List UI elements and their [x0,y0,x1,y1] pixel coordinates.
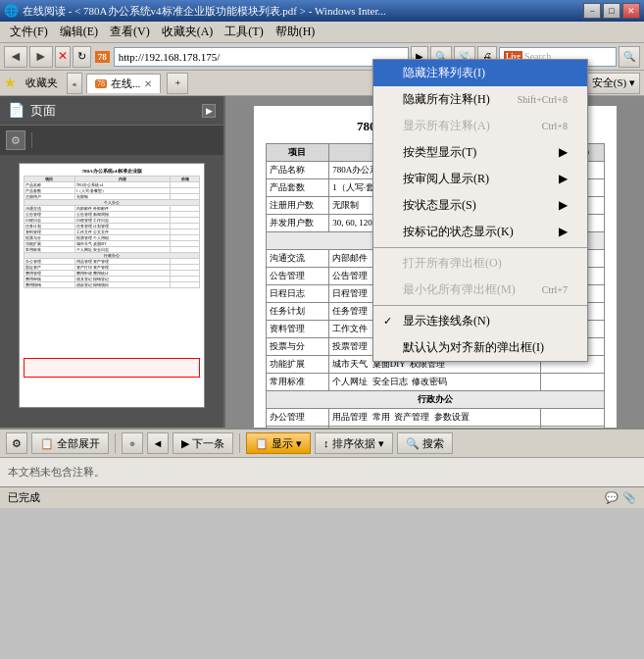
page-number-badge: 78 [95,51,110,63]
hide-list-label: 隐藏注释列表(I) [403,65,485,81]
display-arrow: ▾ [296,437,302,450]
search-label: 搜索 [422,436,444,451]
title-bar-icon: 🌐 [4,4,19,19]
menu-favorites[interactable]: 收藏夹(A) [156,22,220,42]
favorites-label: 收藏夹 [25,76,58,90]
menu-item-default-align[interactable]: 默认认为对齐新的弹出框(I) [373,334,587,361]
menu-item-by-reviewer[interactable]: 按审阅人显示(R) ▶ [373,166,587,192]
table-cell: 个人网址 安全日志 修改密码 [329,374,541,391]
comment-panel: 本文档未包含注释。 [0,457,644,486]
page-thumbnail-area[interactable]: 780A办公系统v4标准企业版 项目内容价格 产品名称780A办公系统v4 产品… [0,155,223,428]
table-cell [540,374,604,391]
panel-expand-btn[interactable]: ▶ [202,104,216,118]
star-icon: ★ [4,75,17,91]
show-all-shortcut: Ctrl+8 [542,121,568,131]
display-btn[interactable]: 📋 显示 ▾ [246,432,311,454]
gray-circle-btn[interactable]: ● [122,432,143,454]
table-cell: 注册用户数 [266,197,329,215]
title-bar-text: 在线阅读 - < 780A办公系统v4标准企业版功能模块列表.pdf > - W… [23,4,583,19]
by-mark-label: 按标记的状态显示(K) [403,224,514,240]
close-button[interactable]: ✕ [622,3,640,19]
menu-item-show-connectors[interactable]: ✓ 显示连接线条(N) [373,308,587,334]
menu-item-open-popups[interactable]: 打开所有弹出框(O) [373,250,587,277]
table-cell: 固定资产 [266,427,329,429]
table-cell: 功能扩展 [266,356,329,374]
menu-tools[interactable]: 工具(T) [219,22,269,42]
new-tab-btn[interactable]: + [167,73,188,94]
minimize-popups-label: 最小化所有弹出框(M) [403,281,516,298]
thumbnail-title: 780A办公系统v4标准企业版 [24,168,200,174]
status-bar: 已完成 💬 📎 [0,486,644,508]
menu-item-by-mark[interactable]: 按标记的状态显示(K) ▶ [373,219,587,245]
by-reviewer-label: 按审阅人显示(R) [403,171,489,187]
maximize-button[interactable]: □ [603,3,620,19]
table-cell: 常用标准 [266,374,329,391]
expand-all-btn[interactable]: 📋 全部展开 [31,432,109,454]
menu-view[interactable]: 查看(V) [104,22,156,42]
next-icon: ▶ [181,437,189,450]
settings-icon[interactable]: ⚙ [6,130,25,150]
address-bar[interactable]: http://192.168.178.175/ [114,47,409,67]
dropdown-sep-2 [373,305,587,306]
menu-item-minimize-popups[interactable]: 最小化所有弹出框(M) Ctrl+7 [373,277,587,303]
menu-item-hide-list[interactable]: 隐藏注释列表(I) [373,60,587,86]
safety-btn[interactable]: 安全(S) ▾ [587,73,640,94]
refresh-button[interactable]: ↻ [73,46,91,68]
menu-file[interactable]: 文件(F) [4,22,54,42]
display-icon: 📋 [255,437,269,450]
panel-icon: 📄 [8,102,25,119]
title-bar: 🌐 在线阅读 - < 780A办公系统v4标准企业版功能模块列表.pdf > -… [0,0,644,22]
search-btn[interactable]: 🔍 [619,46,640,68]
table-cell: 资料管理 [266,321,329,338]
menu-item-by-status[interactable]: 按状态显示(S) ▶ [373,192,587,219]
search-btn-bottom[interactable]: 🔍 搜索 [397,432,453,454]
paperclip-icon: 📎 [622,491,636,504]
sort-btn[interactable]: ↕ 排序依据 ▾ [315,432,393,454]
menu-edit[interactable]: 编辑(E) [54,22,104,42]
title-bar-buttons: − □ ✕ [583,3,640,19]
comment-icon: 💬 [605,491,619,504]
by-status-label: 按状态显示(S) [403,197,476,214]
by-type-arrow: ▶ [559,145,568,160]
prev-btn[interactable]: ◄ [147,432,169,454]
tab-close-btn[interactable]: ✕ [144,78,152,89]
bookmarks-more-btn[interactable]: « [67,73,82,94]
menu-help[interactable]: 帮助(H) [270,22,322,42]
open-popups-label: 打开所有弹出框(O) [403,255,502,272]
check-icon: ✓ [383,315,392,328]
comment-text: 本文档未包含注释。 [8,465,105,480]
show-connectors-label: 显示连接线条(N) [403,313,490,330]
by-status-arrow: ▶ [559,198,568,213]
section-header-admin: 行政办公 [266,391,604,409]
table-cell: 日程日志 [266,285,329,303]
menu-item-by-type[interactable]: 按类型显示(T) ▶ [373,139,587,166]
panel-title: 页面 [30,102,56,120]
expand-icon: 📋 [40,437,54,450]
favorites-item[interactable]: 收藏夹 [21,73,63,93]
by-reviewer-arrow: ▶ [559,172,568,186]
menu-item-hide-all[interactable]: 隐藏所有注释(H) Shift+Ctrl+8 [373,86,587,113]
next-btn[interactable]: ▶ 下一条 [173,432,233,454]
bottom-toolbar: ⚙ 📋 全部展开 ● ◄ ▶ 下一条 📋 显示 ▾ ↕ 排序依据 ▾ 🔍 搜索 [0,428,644,457]
tab-78[interactable]: 78 在线... ✕ [86,74,161,93]
table-cell: 产品名称 [266,162,329,179]
by-type-label: 按类型显示(T) [403,144,476,161]
table-cell: 任务计划 [266,303,329,321]
menu-item-show-all[interactable]: 显示所有注释(A) Ctrl+8 [373,113,587,139]
back-button[interactable]: ◄ [4,46,27,68]
forward-button[interactable]: ► [29,46,53,68]
table-cell: 用品管理 常用 资产管理 参数设置 [329,409,541,427]
left-panel: 📄 页面 ▶ ⚙ 780A办公系统v4标准企业版 项目内容价格 产品名称780A… [0,96,225,428]
sort-arrow: ▾ [378,437,384,450]
table-cell: 并发用户数 [266,215,329,232]
table-cell: 公告管理 [266,268,329,285]
stop-button[interactable]: ✕ [55,46,71,68]
dropdown-sep-1 [373,247,587,248]
table-cell [540,409,604,427]
address-text: http://192.168.178.175/ [119,51,221,63]
minimize-shortcut: Ctrl+7 [542,284,568,295]
minimize-button[interactable]: − [583,3,601,19]
next-label: 下一条 [192,436,224,451]
bottom-settings-btn[interactable]: ⚙ [6,432,27,454]
display-label: 显示 [272,436,293,451]
